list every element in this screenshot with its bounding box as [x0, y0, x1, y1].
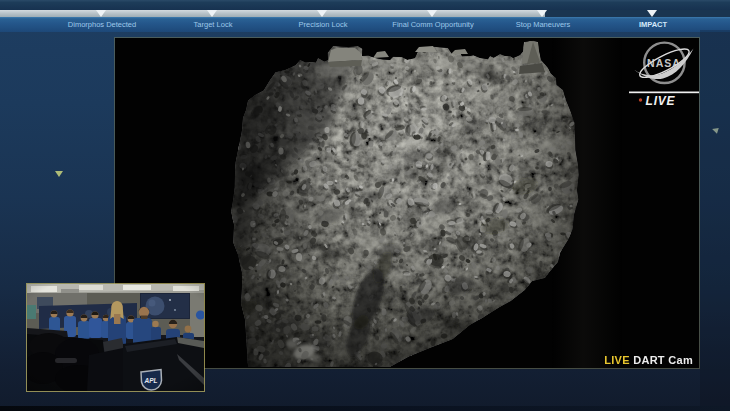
- svg-text:LIVE: LIVE: [646, 94, 676, 108]
